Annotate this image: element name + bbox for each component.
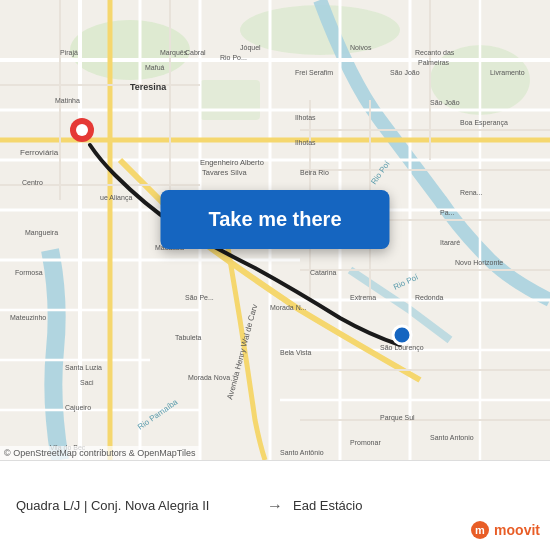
moovit-brand-text: moovit: [494, 522, 540, 538]
svg-text:Pa...: Pa...: [440, 209, 454, 216]
svg-text:Rio Po...: Rio Po...: [220, 54, 247, 61]
svg-point-96: [393, 326, 411, 344]
svg-text:Recanto das: Recanto das: [415, 49, 455, 56]
svg-text:Morada N...: Morada N...: [270, 304, 307, 311]
svg-point-95: [76, 124, 88, 136]
svg-text:Palmeiras: Palmeiras: [418, 59, 450, 66]
moovit-logo: m moovit: [470, 520, 540, 540]
svg-text:Engenheiro Alberto: Engenheiro Alberto: [200, 158, 264, 167]
svg-text:Jóquel: Jóquel: [240, 44, 261, 52]
svg-text:Pirajá: Pirajá: [60, 49, 78, 57]
moovit-logo-icon: m: [470, 520, 490, 540]
svg-text:Boa Esperança: Boa Esperança: [460, 119, 508, 127]
svg-text:Tavares Silva: Tavares Silva: [202, 168, 247, 177]
arrow-icon: →: [267, 497, 283, 515]
svg-text:Teresina: Teresina: [130, 82, 167, 92]
svg-text:Tabuleta: Tabuleta: [175, 334, 202, 341]
svg-text:Novo Horizonte: Novo Horizonte: [455, 259, 503, 266]
take-me-there-button[interactable]: Take me there: [160, 190, 389, 249]
svg-text:Frei Serafim: Frei Serafim: [295, 69, 333, 76]
svg-text:Mafuá: Mafuá: [145, 64, 165, 71]
svg-text:Ilhotas: Ilhotas: [295, 114, 316, 121]
map-view[interactable]: Ferroviária Matinha Teresina Centro Mang…: [0, 0, 550, 460]
origin-label: Quadra L/J | Conj. Nova Alegria II: [16, 498, 257, 513]
svg-text:Morada Nova: Morada Nova: [188, 374, 230, 381]
svg-text:São Pe...: São Pe...: [185, 294, 214, 301]
svg-text:Cabral: Cabral: [185, 49, 206, 56]
svg-rect-4: [200, 80, 260, 120]
svg-text:Santa Luzia: Santa Luzia: [65, 364, 102, 371]
svg-text:São João: São João: [390, 69, 420, 76]
svg-text:Matinha: Matinha: [55, 97, 80, 104]
svg-text:Redonda: Redonda: [415, 294, 444, 301]
svg-text:Santo Antônio: Santo Antônio: [280, 449, 324, 456]
svg-text:Ferroviária: Ferroviária: [20, 148, 59, 157]
svg-text:Catarina: Catarina: [310, 269, 337, 276]
svg-text:Cajueiro: Cajueiro: [65, 404, 91, 412]
svg-text:Extrema: Extrema: [350, 294, 376, 301]
app-container: Ferroviária Matinha Teresina Centro Mang…: [0, 0, 550, 550]
route-info: Quadra L/J | Conj. Nova Alegria II → Ead…: [16, 497, 534, 515]
svg-text:Rena...: Rena...: [460, 189, 483, 196]
svg-text:Livramento: Livramento: [490, 69, 525, 76]
svg-text:Mangueira: Mangueira: [25, 229, 58, 237]
svg-text:Ilhotas: Ilhotas: [295, 139, 316, 146]
svg-text:Marquês: Marquês: [160, 49, 188, 57]
map-copyright: © OpenStreetMap contributors & OpenMapTi…: [0, 446, 199, 460]
svg-text:Itararé: Itararé: [440, 239, 460, 246]
svg-text:Parque Sul: Parque Sul: [380, 414, 415, 422]
svg-text:Santo Antonio: Santo Antonio: [430, 434, 474, 441]
svg-text:Beira Rio: Beira Rio: [300, 169, 329, 176]
svg-text:Noivos: Noivos: [350, 44, 372, 51]
svg-text:Mateuzinho: Mateuzinho: [10, 314, 46, 321]
svg-text:Bela Vista: Bela Vista: [280, 349, 311, 356]
svg-text:Promonar: Promonar: [350, 439, 381, 446]
svg-text:Formosa: Formosa: [15, 269, 43, 276]
svg-text:ue Aliança: ue Aliança: [100, 194, 132, 202]
svg-text:São João: São João: [430, 99, 460, 106]
svg-text:m: m: [475, 524, 485, 536]
svg-text:Centro: Centro: [22, 179, 43, 186]
bottom-bar: Quadra L/J | Conj. Nova Alegria II → Ead…: [0, 460, 550, 550]
svg-text:Saci: Saci: [80, 379, 94, 386]
destination-label: Ead Estácio: [293, 498, 534, 513]
